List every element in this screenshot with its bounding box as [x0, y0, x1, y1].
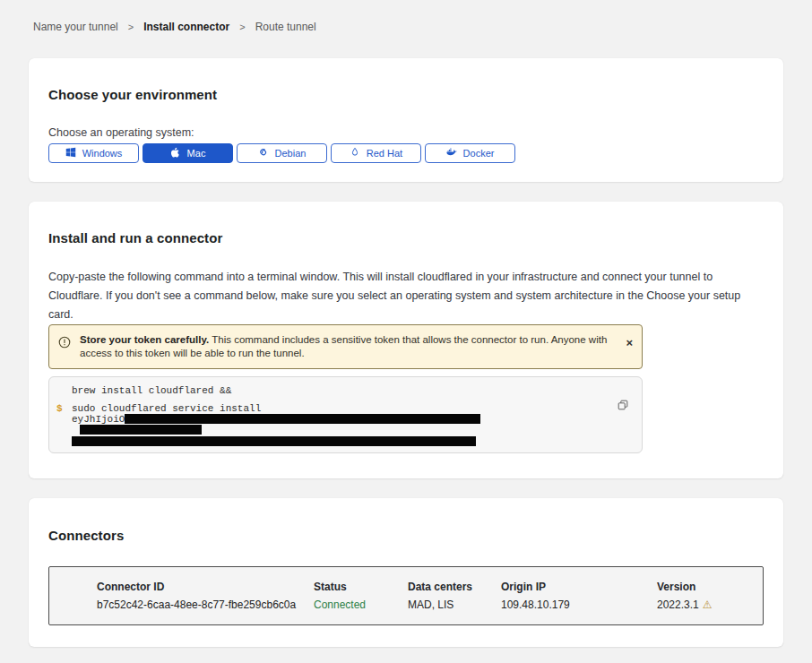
command-line-1: brew install cloudflared &&: [72, 385, 606, 396]
breadcrumb-name-your-tunnel[interactable]: Name your tunnel: [33, 21, 118, 33]
choose-environment-card: Choose your environment Choose an operat…: [29, 58, 783, 182]
command-line-2: sudo cloudflared service install: [72, 403, 606, 414]
os-button-group: Windows Mac Debian Red Hat Docker: [48, 143, 764, 163]
environment-card-title: Choose your environment: [48, 87, 764, 102]
os-button-label: Debian: [275, 148, 307, 159]
token-warning-callout: Store your token carefully. This command…: [48, 324, 643, 369]
connectors-table: Connector ID Status Data centers Origin …: [48, 566, 764, 625]
connector-id-cell: b7c52c42-6caa-48ee-8c77-fbe259cb6c0a: [97, 598, 314, 612]
version-cell: 2022.3.1⚠: [657, 598, 763, 612]
install-connector-card: Install and run a connector Copy-paste t…: [29, 202, 783, 478]
os-button-redhat[interactable]: Red Hat: [331, 143, 421, 163]
debian-icon: [258, 147, 269, 159]
column-header-origin-ip: Origin IP: [501, 580, 657, 594]
breadcrumb-route-tunnel[interactable]: Route tunnel: [255, 21, 316, 33]
redacted-token-bar: [125, 414, 480, 424]
windows-icon: [65, 147, 76, 159]
operating-system-label: Choose an operating system:: [48, 127, 764, 138]
table-row: b7c52c42-6caa-48ee-8c77-fbe259cb6c0a Con…: [49, 594, 763, 624]
os-button-windows[interactable]: Windows: [48, 143, 139, 163]
os-button-mac[interactable]: Mac: [143, 143, 233, 163]
redacted-token-bar: [72, 436, 476, 446]
column-header-version: Version: [657, 580, 763, 594]
breadcrumb-install-connector[interactable]: Install connector: [143, 21, 229, 33]
origin-ip-cell: 109.48.10.179: [501, 598, 657, 612]
data-centers-cell: MAD, LIS: [408, 598, 501, 612]
info-icon: [58, 336, 71, 349]
breadcrumb-separator: >: [128, 22, 134, 32]
column-header-data-centers: Data centers: [408, 580, 501, 594]
os-button-label: Windows: [82, 148, 123, 159]
copy-icon[interactable]: [617, 399, 629, 414]
token-warning-text: Store your token carefully. This command…: [80, 334, 607, 358]
install-card-title: Install and run a connector: [48, 230, 764, 245]
os-button-debian[interactable]: Debian: [237, 143, 327, 163]
os-button-label: Docker: [463, 148, 495, 159]
status-cell: Connected: [314, 598, 408, 612]
os-button-docker[interactable]: Docker: [425, 143, 515, 163]
warning-icon: ⚠: [703, 598, 713, 611]
column-header-status: Status: [314, 580, 408, 594]
redhat-icon: [350, 147, 360, 159]
close-icon[interactable]: ×: [626, 337, 633, 349]
install-description: Copy-paste the following command into a …: [48, 268, 764, 324]
install-command-codeblock: brew install cloudflared && $ sudo cloud…: [48, 376, 643, 453]
os-button-label: Mac: [187, 148, 206, 159]
connectors-card: Connectors Connector ID Status Data cent…: [29, 498, 783, 647]
breadcrumb-separator: >: [239, 22, 245, 32]
column-header-connector-id: Connector ID: [97, 580, 314, 594]
shell-prompt: $: [56, 403, 72, 446]
redacted-token-bar: [80, 425, 202, 435]
token-line: eyJhIjoiO: [72, 414, 606, 446]
table-header-row: Connector ID Status Data centers Origin …: [49, 567, 763, 594]
os-button-label: Red Hat: [367, 148, 402, 159]
connectors-card-title: Connectors: [48, 528, 764, 543]
docker-icon: [446, 147, 457, 159]
breadcrumb: Name your tunnel > Install connector > R…: [0, 0, 812, 32]
apple-icon: [170, 147, 181, 159]
